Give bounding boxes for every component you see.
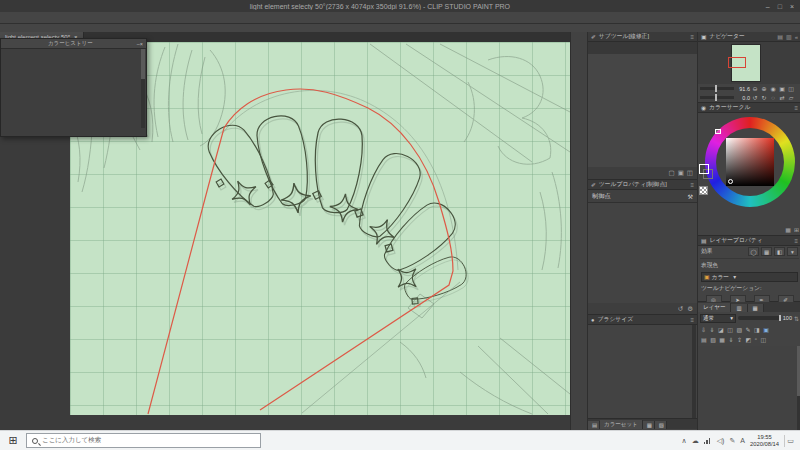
- subtool-panel-header[interactable]: ✐ サブツール[線修正] ≡: [588, 32, 697, 42]
- tool-property-header[interactable]: ✐ ツールプロパティ[制御点] ≡: [588, 180, 697, 190]
- layer-toolbar-row2: ▤ ▧ ▦ ⇓ ⇪ ◩ ▫ ◫: [698, 334, 800, 344]
- flip-horizontal-icon[interactable]: ⇄: [778, 94, 786, 101]
- lock-layer-icon[interactable]: ◫: [727, 326, 733, 333]
- wrench-icon[interactable]: ⚒: [687, 193, 693, 200]
- vector-curve[interactable]: [148, 89, 453, 414]
- navigator-header[interactable]: ▣ ナビゲーター ▤ ▥ «: [698, 32, 800, 42]
- navigator-preview[interactable]: [698, 42, 800, 84]
- collapse-dock-icon[interactable]: «: [795, 34, 798, 40]
- expression-color-dropdown[interactable]: ▣ カラー ▾: [701, 272, 798, 282]
- reset-settings-icon[interactable]: ↺: [678, 305, 683, 313]
- zoom-slider[interactable]: [700, 87, 734, 90]
- transfer-to-lower-icon[interactable]: ⇓: [729, 336, 734, 343]
- color-mixing-tab-icon[interactable]: ▤: [588, 421, 600, 429]
- network-icon[interactable]: [704, 437, 712, 444]
- fit-to-width-icon[interactable]: ◫: [787, 85, 795, 92]
- minimize-button[interactable]: –: [766, 3, 770, 10]
- navigator-title: ナビゲーター: [709, 32, 744, 41]
- foreground-color-chip[interactable]: [699, 164, 709, 174]
- zoom-in-icon[interactable]: ⊕: [760, 85, 768, 92]
- color-history-scrollbar[interactable]: [141, 49, 145, 130]
- subtool-panel: ✐ サブツール[線修正] ≡ ▢ ▣ ◫: [588, 32, 697, 180]
- pen-settings-icon[interactable]: ✎: [729, 437, 735, 445]
- sv-cursor[interactable]: [728, 179, 733, 184]
- panel-menu-icon[interactable]: ≡: [690, 34, 694, 40]
- maximize-button[interactable]: □: [778, 3, 782, 10]
- zoom-100-icon[interactable]: ◉: [769, 85, 777, 92]
- layer-tab[interactable]: レイヤー: [698, 303, 731, 312]
- rotation-value: 0.0: [735, 95, 750, 101]
- merge-layer-icon[interactable]: ⇓: [710, 326, 715, 333]
- hue-cursor[interactable]: [715, 129, 721, 134]
- volume-icon[interactable]: ◁): [717, 437, 725, 445]
- rotate-right-icon[interactable]: ↻: [760, 94, 768, 101]
- transfer-layer-icon[interactable]: ⇩: [701, 326, 706, 333]
- panel-menu-icon[interactable]: ≡: [690, 182, 694, 188]
- mask-icon[interactable]: ◩: [746, 336, 752, 343]
- layer-mask-icon[interactable]: ◨: [754, 326, 760, 333]
- timeline-tab-icon[interactable]: ▦: [748, 304, 764, 312]
- new-folder-icon[interactable]: ▦: [719, 336, 725, 343]
- layer-property-panel: ▤ レイヤープロパティ ≡ 効果 ◯ ▦ ◧ ▾ 表現色 ▣ カ: [698, 236, 800, 302]
- rotate-slider[interactable]: [700, 96, 734, 99]
- collapse-panel-icon[interactable]: ≡: [794, 105, 798, 111]
- lock-transparent-icon[interactable]: ▨: [736, 326, 742, 333]
- new-vector-layer-icon[interactable]: ▧: [710, 336, 716, 343]
- tone-effect-icon[interactable]: ▦: [761, 247, 772, 256]
- layer-search-tab-icon[interactable]: ▥: [731, 304, 747, 312]
- panel-menu-icon[interactable]: ≡: [794, 238, 798, 244]
- color-set-tab[interactable]: カラーセット: [600, 420, 643, 429]
- navigator-viewport-rect[interactable]: [728, 57, 746, 68]
- delete-subtool-icon[interactable]: ◫: [687, 169, 693, 177]
- layer-property-header[interactable]: ▤ レイヤープロパティ ≡: [698, 236, 800, 246]
- ruler-icon[interactable]: ▣: [763, 326, 769, 333]
- opacity-stepper[interactable]: ⇅: [794, 315, 799, 322]
- combine-icon[interactable]: ⇪: [737, 336, 742, 343]
- information-tab-icon[interactable]: ▥: [786, 33, 792, 40]
- intermediate-color-tab-icon[interactable]: ▦: [643, 421, 655, 429]
- color-wheel-header[interactable]: ◉ カラーサークル ≡: [698, 103, 800, 113]
- brush-size-header[interactable]: ● ブラシサイズ ≡: [588, 315, 697, 325]
- fit-to-screen-icon[interactable]: ▣: [778, 85, 786, 92]
- action-center-icon[interactable]: ▭: [784, 435, 796, 447]
- approx-color-tab-icon[interactable]: ▧: [655, 421, 667, 429]
- zoom-out-icon[interactable]: ⊖: [751, 85, 759, 92]
- advanced-settings-icon[interactable]: ⚙: [687, 305, 693, 313]
- delete-layer-icon[interactable]: ◫: [760, 336, 766, 343]
- apply-mask-icon[interactable]: ▫: [755, 336, 757, 342]
- expand-effects-icon[interactable]: ▾: [787, 247, 798, 256]
- tray-chevron-icon[interactable]: ∧: [682, 437, 687, 445]
- brush-size-icon: ●: [591, 317, 595, 323]
- rotate-left-icon[interactable]: ↺: [751, 94, 759, 101]
- color-history-title: カラーヒストリー: [4, 40, 137, 47]
- new-raster-layer-icon[interactable]: ▤: [701, 336, 707, 343]
- saturation-value-square[interactable]: [726, 138, 774, 186]
- copy-subtool-icon[interactable]: ▢: [669, 169, 675, 177]
- taskbar-clock[interactable]: 19:55 2020/08/14: [750, 434, 779, 447]
- taskbar-search-input[interactable]: ここに入力して検索: [26, 433, 261, 448]
- subview-tab-icon[interactable]: ▤: [777, 33, 783, 40]
- panel-menu-icon[interactable]: ≡: [690, 317, 694, 323]
- brush-size-scrollbar[interactable]: [692, 325, 696, 418]
- paste-subtool-icon[interactable]: ▣: [678, 169, 684, 177]
- reset-view-icon[interactable]: ▱: [787, 94, 795, 101]
- opacity-slider[interactable]: [738, 316, 781, 320]
- layer-color-effect-icon[interactable]: ◧: [774, 247, 785, 256]
- set-as-draft-icon[interactable]: ✎: [746, 326, 751, 333]
- close-button[interactable]: ×: [790, 3, 794, 10]
- color-history-titlebar[interactable]: カラーヒストリー – ×: [1, 39, 146, 49]
- layer-panel-tabs: レイヤー ▥ ▦: [698, 302, 800, 312]
- ime-indicator[interactable]: A: [740, 437, 745, 444]
- start-button[interactable]: ⊞: [0, 434, 26, 447]
- clip-to-layer-icon[interactable]: ◪: [718, 326, 724, 333]
- blend-mode-dropdown[interactable]: 通常 ▾: [700, 314, 736, 323]
- transparent-color-chip[interactable]: [699, 186, 708, 195]
- navigator-rotate-row: 0.0 ↺ ↻ ◌ ⇄ ▱: [698, 93, 800, 102]
- hls-mode-icon[interactable]: ⊞: [794, 226, 799, 233]
- palette-close-icon[interactable]: ×: [140, 41, 143, 47]
- color-set-tabs: ▤ カラーセット ▦ ▧: [588, 419, 697, 429]
- hsv-mode-icon[interactable]: ▦: [785, 226, 791, 233]
- onedrive-cloud-icon[interactable]: ☁: [692, 437, 699, 445]
- reset-rotation-icon[interactable]: ◌: [769, 95, 777, 101]
- border-effect-icon[interactable]: ◯: [748, 247, 759, 256]
